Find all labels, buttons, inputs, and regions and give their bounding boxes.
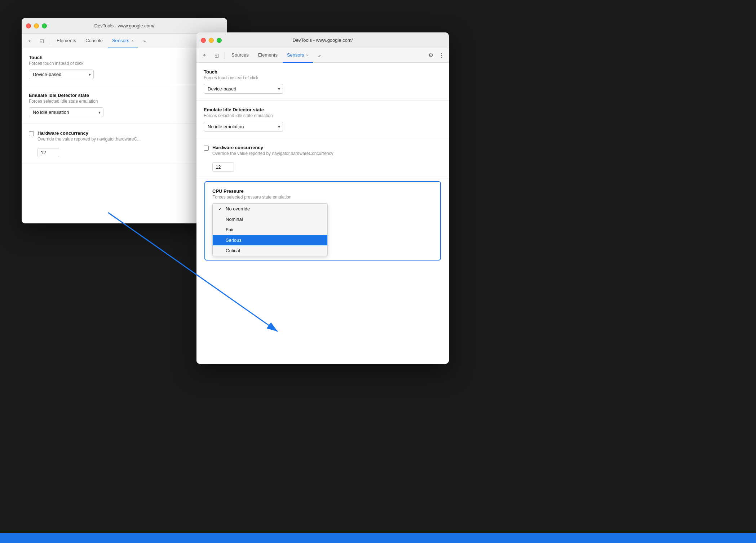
tab-close-sensors-1[interactable]: ×	[132, 39, 134, 43]
tab-sources-2[interactable]: Sources	[227, 48, 253, 63]
inspect-icon-2: ◱	[215, 53, 219, 58]
idle-desc-1: Forces selected idle state emulation	[29, 99, 220, 104]
inspect-icon-1: ◱	[40, 38, 44, 44]
close-button-2[interactable]	[201, 38, 206, 43]
cpu-option-nominal[interactable]: Nominal	[213, 214, 327, 224]
hardware-label-2: Hardware concurrency	[212, 145, 333, 150]
hardware-checkbox-row-2: Hardware concurrency Override the value …	[204, 145, 442, 160]
cursor-icon-btn-2[interactable]: ⌖	[199, 50, 210, 61]
hardware-value-1[interactable]	[37, 148, 59, 157]
bottom-bar	[0, 533, 756, 543]
toolbar-divider-2	[225, 52, 225, 59]
window-controls-1	[26, 23, 47, 28]
content-2: Touch Forces touch instead of click Devi…	[196, 63, 449, 364]
cpu-option-fair[interactable]: Fair	[213, 224, 327, 235]
titlebar-2: DevTools - www.google.com/	[196, 32, 449, 48]
maximize-button-2[interactable]	[217, 38, 222, 43]
close-button-1[interactable]	[26, 23, 31, 28]
idle-section-2: Emulate Idle Detector state Forces selec…	[196, 101, 449, 138]
more-tabs-btn-2[interactable]: »	[314, 50, 325, 61]
touch-dropdown-wrap-1: Device-based Force enabled Force disable…	[29, 70, 94, 79]
hardware-checkbox-row-1: Hardware concurrency Override the value …	[29, 130, 220, 145]
toolbar-divider-1	[50, 37, 50, 45]
hardware-section-2: Hardware concurrency Override the value …	[196, 138, 449, 178]
maximize-button-1[interactable]	[42, 23, 47, 28]
minimize-button-2[interactable]	[209, 38, 214, 43]
window-title-2: DevTools - www.google.com/	[293, 37, 353, 43]
minimize-button-1[interactable]	[34, 23, 39, 28]
tab-elements-2[interactable]: Elements	[254, 48, 282, 63]
tab-close-sensors-2[interactable]: ×	[306, 53, 309, 57]
hardware-label-1: Hardware concurrency	[37, 130, 141, 136]
cursor-icon-1: ⌖	[28, 38, 31, 44]
inspect-icon-btn-2[interactable]: ◱	[211, 50, 222, 61]
window-controls-2	[201, 38, 222, 43]
touch-label-2: Touch	[204, 69, 442, 75]
idle-dropdown-wrap-2: No idle emulation User active, screen un…	[204, 122, 283, 132]
cursor-icon-2: ⌖	[203, 52, 206, 58]
tab-console-1[interactable]: Console	[81, 34, 107, 48]
cpu-pressure-desc: Forces selected pressure state emulation	[212, 195, 433, 200]
hardware-text-1: Hardware concurrency Override the value …	[37, 130, 141, 145]
idle-desc-2: Forces selected idle state emulation	[204, 113, 442, 118]
inspect-icon-btn-1[interactable]: ◱	[36, 35, 48, 47]
touch-dropdown-wrap-2: Device-based Force enabled Force disable…	[204, 84, 283, 94]
idle-dropdown-2[interactable]: No idle emulation User active, screen un…	[204, 122, 283, 132]
hardware-desc-1: Override the value reported by navigator…	[37, 137, 141, 142]
touch-desc-2: Forces touch instead of click	[204, 75, 442, 80]
touch-desc-1: Forces touch instead of click	[29, 61, 220, 66]
window-title-1: DevTools - www.google.com/	[94, 23, 155, 28]
cpu-pressure-label: CPU Pressure	[212, 188, 433, 194]
tab-sensors-2[interactable]: Sensors ×	[283, 48, 313, 63]
idle-dropdown-1[interactable]: No idle emulation User active, screen un…	[29, 107, 103, 117]
cpu-pressure-section: CPU Pressure Forces selected pressure st…	[204, 181, 441, 261]
idle-label-2: Emulate Idle Detector state	[204, 107, 442, 112]
settings-btn-2[interactable]: ⚙	[426, 50, 436, 61]
touch-dropdown-1[interactable]: Device-based Force enabled Force disable…	[29, 70, 94, 79]
cpu-option-critical[interactable]: Critical	[213, 245, 327, 256]
touch-label-1: Touch	[29, 55, 220, 60]
tab-elements-1[interactable]: Elements	[52, 34, 80, 48]
touch-dropdown-2[interactable]: Device-based Force enabled Force disable…	[204, 84, 283, 94]
cpu-option-critical-label: Critical	[226, 248, 240, 253]
tab-sensors-1[interactable]: Sensors ×	[108, 34, 138, 48]
cpu-option-serious-label: Serious	[226, 237, 242, 243]
idle-label-1: Emulate Idle Detector state	[29, 93, 220, 98]
cpu-pressure-dropdown-menu: ✓ No override Nominal Fair Serious	[212, 203, 328, 256]
cpu-option-no-override[interactable]: ✓ No override	[213, 204, 327, 214]
touch-section-2: Touch Forces touch instead of click Devi…	[196, 63, 449, 101]
cpu-option-nominal-label: Nominal	[226, 217, 243, 222]
cpu-option-no-override-label: No override	[226, 206, 250, 212]
cursor-icon-btn-1[interactable]: ⌖	[24, 35, 35, 47]
devtools-window-2: DevTools - www.google.com/ ⌖ ◱ Sources E…	[196, 32, 449, 364]
hardware-checkbox-1[interactable]	[29, 131, 34, 136]
cpu-option-serious[interactable]: Serious	[213, 235, 327, 245]
hardware-value-2[interactable]	[212, 163, 234, 172]
hardware-desc-2: Override the value reported by navigator…	[212, 151, 333, 156]
cpu-option-fair-label: Fair	[226, 227, 234, 232]
hardware-text-2: Hardware concurrency Override the value …	[212, 145, 333, 160]
titlebar-1: DevTools - www.google.com/	[22, 18, 227, 34]
toolbar-2: ⌖ ◱ Sources Elements Sensors × » ⚙ ⋮	[196, 48, 449, 63]
check-icon-no-override: ✓	[218, 206, 223, 212]
more-menu-btn-2[interactable]: ⋮	[437, 50, 447, 61]
more-tabs-btn-1[interactable]: »	[139, 35, 150, 47]
idle-dropdown-wrap-1: No idle emulation User active, screen un…	[29, 107, 103, 117]
hardware-checkbox-2[interactable]	[204, 146, 209, 151]
cpu-pressure-wrapper: CPU Pressure Forces selected pressure st…	[196, 178, 449, 261]
